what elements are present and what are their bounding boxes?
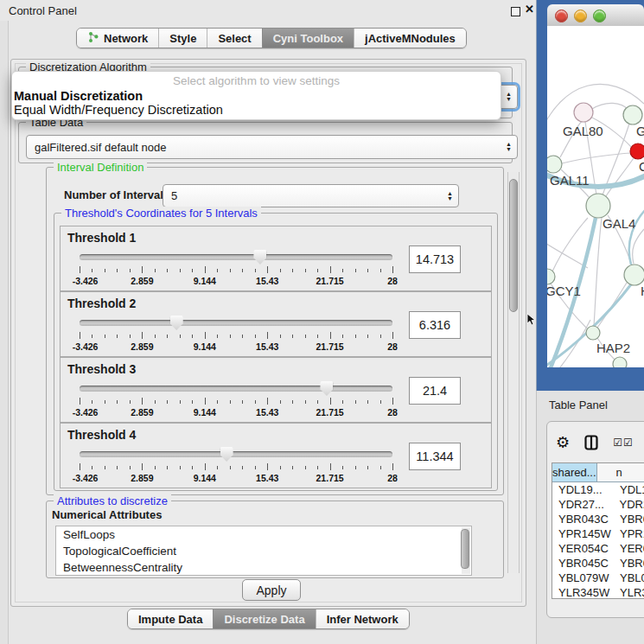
list-scrollbar[interactable] bbox=[462, 527, 470, 574]
network-edge bbox=[592, 103, 628, 110]
threshold-value-field[interactable]: 11.344 bbox=[409, 443, 461, 470]
slider-track[interactable] bbox=[80, 451, 392, 457]
gear-icon[interactable]: ⚙ bbox=[556, 435, 570, 450]
tick-mark bbox=[355, 400, 356, 404]
attribute-item-betweennesscentrality[interactable]: BetweennessCentrality bbox=[56, 559, 471, 576]
checkboxes-icon[interactable]: ☑☑ bbox=[613, 437, 634, 449]
slider-thumb[interactable] bbox=[320, 381, 333, 396]
numerical-attributes-list[interactable]: SelfLoopsTopologicalCoefficientBetweenne… bbox=[55, 526, 472, 576]
network-node-c[interactable] bbox=[630, 143, 644, 159]
threshold-value-field[interactable]: 14.713 bbox=[409, 245, 461, 273]
network-node-hap2[interactable] bbox=[586, 326, 600, 340]
tab-label: Discretize Data bbox=[224, 613, 304, 626]
table-data-combobox[interactable]: galFiltered.sif default node ▲▼ bbox=[26, 135, 518, 159]
tick-mark bbox=[117, 400, 118, 404]
close-traffic-light-icon[interactable] bbox=[555, 10, 568, 22]
node-table[interactable]: shared... n YDL19...YDL1YDR27...YDR2YBR0… bbox=[552, 462, 644, 599]
zoom-traffic-light-icon[interactable] bbox=[593, 10, 606, 22]
attribute-item-selfloops[interactable]: SelfLoops bbox=[56, 526, 471, 543]
network-view-canvas[interactable]: GAL80GACGAL11GAL4GCY1HHAP2 bbox=[547, 26, 644, 367]
attribute-item-topologicalcoefficient[interactable]: TopologicalCoefficient bbox=[56, 543, 471, 559]
scale-label: 21.715 bbox=[316, 276, 344, 286]
slider-track[interactable] bbox=[80, 320, 392, 326]
num-intervals-combobox[interactable]: 5 ▲▼ bbox=[163, 184, 459, 207]
table-row[interactable]: YLR345WYLR3 bbox=[552, 585, 644, 599]
network-node[interactable] bbox=[613, 357, 627, 367]
scale-label: 2.859 bbox=[131, 341, 153, 352]
tick-mark bbox=[230, 400, 231, 404]
network-node-gal4[interactable] bbox=[586, 194, 610, 218]
slider-track[interactable] bbox=[80, 254, 392, 260]
slider-thumb[interactable] bbox=[170, 316, 183, 330]
tab-cyni-toolbox[interactable]: Cyni Toolbox bbox=[262, 29, 354, 48]
slider-thumb[interactable] bbox=[253, 250, 266, 265]
tick-mark bbox=[305, 400, 306, 404]
minimize-traffic-light-icon[interactable] bbox=[574, 10, 587, 22]
table-row[interactable]: YBR043CYBR0 bbox=[552, 512, 644, 526]
table-row[interactable]: YDL19...YDL1 bbox=[552, 482, 644, 497]
tick-mark bbox=[167, 335, 168, 338]
threshold-value-field[interactable]: 6.316 bbox=[409, 311, 461, 339]
tab-label: Infer Network bbox=[327, 613, 399, 626]
threshold-value-field[interactable]: 21.4 bbox=[409, 377, 461, 405]
scale-label: 21.715 bbox=[316, 407, 344, 418]
table-row[interactable]: YPR145WYPR1 bbox=[552, 526, 644, 541]
threshold-panel-3: Threshold 3-3.4262.8599.14415.4321.71528… bbox=[60, 357, 492, 423]
split-columns-icon[interactable] bbox=[584, 435, 598, 450]
threshold-label: Threshold 3 bbox=[67, 362, 136, 376]
cell-name: YDR2 bbox=[615, 498, 644, 511]
network-window-titlebar[interactable] bbox=[547, 4, 644, 27]
network-node-gal80[interactable] bbox=[574, 103, 593, 122]
tab-jactivemnodules[interactable]: jActiveMNodules bbox=[354, 29, 466, 48]
tick-mark bbox=[105, 400, 105, 404]
content-scrollbar-thumb[interactable] bbox=[509, 179, 518, 312]
threshold-slider-4[interactable]: -3.4262.8599.14415.4321.71528 bbox=[80, 446, 392, 486]
close-icon[interactable]: ✕ bbox=[525, 3, 534, 16]
network-node-gal11[interactable] bbox=[547, 156, 562, 173]
table-row[interactable]: YDR27...YDR2 bbox=[552, 497, 644, 512]
threshold-slider-3[interactable]: -3.4262.8599.14415.4321.71528 bbox=[80, 380, 392, 420]
algorithm-option-manual-discretization[interactable]: Manual Discretization bbox=[14, 89, 143, 103]
threshold-slider-2[interactable]: -3.4262.8599.14415.4321.71528 bbox=[80, 315, 392, 354]
tab-network[interactable]: Network bbox=[77, 29, 158, 48]
column-header-shared-name[interactable]: shared... bbox=[552, 463, 597, 481]
tick-mark bbox=[142, 332, 143, 339]
tick-mark bbox=[80, 463, 80, 470]
tab-discretize-data[interactable]: Discretize Data bbox=[213, 609, 315, 628]
tab-impute-data[interactable]: Impute Data bbox=[128, 609, 213, 628]
minimize-icon[interactable] bbox=[511, 7, 520, 16]
tick-mark bbox=[155, 335, 156, 338]
tick-mark bbox=[367, 335, 368, 338]
tab-select[interactable]: Select bbox=[207, 29, 261, 48]
table-row[interactable]: YER054CYER0 bbox=[552, 541, 644, 556]
network-node-ga[interactable] bbox=[623, 105, 642, 124]
cell-shared-name: YBR045C bbox=[552, 557, 615, 570]
tick-mark bbox=[142, 398, 143, 405]
algorithm-option-equal-width-frequency-discretization[interactable]: Equal Width/Frequency Discretization bbox=[14, 103, 223, 117]
list-scrollbar-thumb[interactable] bbox=[461, 529, 469, 569]
tab-style[interactable]: Style bbox=[158, 29, 207, 48]
network-node-h[interactable] bbox=[624, 265, 644, 285]
tick-mark bbox=[105, 335, 105, 338]
tick-mark bbox=[392, 332, 393, 339]
tick-mark bbox=[167, 269, 168, 272]
slider-ticks bbox=[80, 463, 392, 471]
content-scrollbar[interactable] bbox=[507, 172, 520, 573]
slider-thumb[interactable] bbox=[220, 447, 233, 462]
table-row[interactable]: YBL079WYBL0 bbox=[552, 571, 644, 585]
threshold-label: Threshold 1 bbox=[67, 231, 136, 245]
network-node-gcy1[interactable] bbox=[547, 269, 555, 284]
cell-name: YBL0 bbox=[615, 571, 644, 584]
tick-mark bbox=[205, 463, 206, 470]
tick-mark bbox=[205, 266, 206, 273]
tick-mark bbox=[380, 400, 381, 404]
column-header-name[interactable]: n bbox=[597, 463, 644, 481]
threshold-slider-1[interactable]: -3.4262.8599.14415.4321.71528 bbox=[80, 249, 392, 289]
tab-infer-network[interactable]: Infer Network bbox=[316, 609, 409, 628]
table-row[interactable]: YBR045CYBR0 bbox=[552, 556, 644, 571]
slider-track[interactable] bbox=[80, 386, 392, 392]
scale-label: 2.859 bbox=[131, 407, 153, 418]
apply-button[interactable]: Apply bbox=[242, 579, 301, 601]
tick-mark bbox=[217, 400, 218, 404]
tab-label: Network bbox=[104, 32, 148, 45]
